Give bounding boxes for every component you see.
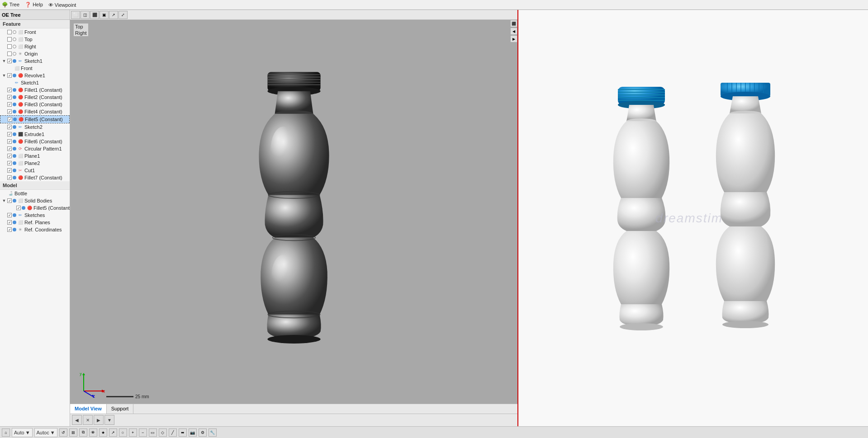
expand-ref-coords[interactable] xyxy=(2,227,6,232)
tree-item-bottle[interactable]: 🍶 Bottle xyxy=(0,190,70,197)
tree-item-plane2[interactable]: ✓ ⬜ Plane2 xyxy=(0,160,70,167)
expand-fillet2[interactable] xyxy=(2,95,6,99)
expand-fillet4[interactable] xyxy=(2,109,6,114)
status-icon-camera[interactable]: 📷 xyxy=(189,429,197,437)
tree-item-fillet3[interactable]: ✓ 🔴 Fillet3 (Constant) xyxy=(0,101,70,108)
expand-plane1[interactable] xyxy=(2,154,6,158)
vp-btn-3[interactable]: ⬛ xyxy=(90,11,99,19)
status-icon-rect[interactable]: ▭ xyxy=(149,429,157,437)
expand-fillet6[interactable] xyxy=(2,139,6,144)
expand-sketch1[interactable]: ▼ xyxy=(2,59,6,63)
expand-fillet3[interactable] xyxy=(2,102,6,107)
status-icon-layers[interactable]: ⧉ xyxy=(79,429,87,437)
expand-sketch2[interactable] xyxy=(2,125,6,129)
menu-viewpoint[interactable]: 👁 Viewpoint xyxy=(48,2,76,8)
menu-tree[interactable]: 🌳 Tree xyxy=(2,2,19,8)
expand-front-child[interactable] xyxy=(8,66,13,71)
tree-item-fillet7[interactable]: ✓ 🔴 Fillet7 (Constant) xyxy=(0,174,70,181)
vp-btn-2[interactable]: ◫ xyxy=(81,11,90,19)
tree-item-fillet2[interactable]: ✓ 🔴 Fillet2 (Constant) xyxy=(0,94,70,101)
tree-item-fillet6[interactable]: ✓ 🔴 Fillet6 (Constant) xyxy=(0,138,70,145)
tree-item-ref-planes[interactable]: ✓ ⬜ Ref. Planes xyxy=(0,219,70,226)
cb-solid-bodies[interactable]: ✓ xyxy=(7,198,12,203)
status-icon-line[interactable]: ╱ xyxy=(169,429,177,437)
cb-fillet2[interactable]: ✓ xyxy=(7,95,12,99)
cb-plane1[interactable]: ✓ xyxy=(7,154,12,158)
cb-fillet4[interactable]: ✓ xyxy=(7,109,12,114)
tree-item-fillet1[interactable]: ✓ 🔴 Fillet1 (Constant) xyxy=(0,86,70,94)
status-auto[interactable]: Auto ▼ xyxy=(12,428,33,437)
vp-btn-4[interactable]: ▣ xyxy=(100,11,109,19)
tree-item-top[interactable]: ⬜ Top xyxy=(0,36,70,43)
tb-stop[interactable]: ✕ xyxy=(83,415,93,425)
cb-sketches[interactable]: ✓ xyxy=(7,213,12,217)
status-icon-plus[interactable]: + xyxy=(129,429,137,437)
status-icon-refresh[interactable]: ↺ xyxy=(59,429,67,437)
cb-top[interactable] xyxy=(7,37,12,42)
status-icon-poly[interactable]: ◇ xyxy=(159,429,167,437)
vp-btn-5[interactable]: ↗ xyxy=(109,11,118,19)
status-icon-home[interactable]: ⌂ xyxy=(2,429,10,437)
status-icon-arrow[interactable]: ↗ xyxy=(109,429,117,437)
status-icon-circle[interactable]: ○ xyxy=(119,429,127,437)
expand-fillet7[interactable] xyxy=(2,175,6,180)
cb-fillet1[interactable]: ✓ xyxy=(7,88,12,92)
expand-bottle[interactable] xyxy=(2,191,6,196)
tree-item-fillet4[interactable]: ✓ 🔴 Fillet4 (Constant) xyxy=(0,108,70,115)
tree-item-sketch1-revolve-child[interactable]: ✏ Sketch1 xyxy=(0,79,70,86)
menu-help[interactable]: ❓ Help xyxy=(25,2,43,8)
status-icon-tool[interactable]: 🔧 xyxy=(209,429,217,437)
cb-origin[interactable] xyxy=(7,52,12,56)
expand-ref-planes[interactable] xyxy=(2,220,6,225)
expand-extrude1[interactable] xyxy=(2,132,6,137)
vp-btn-6[interactable]: ⤢ xyxy=(119,11,128,19)
expand-plane2[interactable] xyxy=(2,161,6,165)
tree-item-front-child[interactable]: ⬜ Front xyxy=(0,65,70,72)
tree-item-origin[interactable]: ✳ Origin xyxy=(0,50,70,57)
tb-next[interactable]: ▶ xyxy=(94,415,104,425)
cb-ref-coords[interactable]: ✓ xyxy=(7,227,12,232)
expand-revolve1[interactable]: ▼ xyxy=(2,73,6,78)
status-icon-star[interactable]: ★ xyxy=(99,429,107,437)
tree-item-front[interactable]: ⬜ Front xyxy=(0,28,70,36)
status-icon-measure[interactable]: ⬌ xyxy=(179,429,187,437)
expand-cut1[interactable] xyxy=(2,168,6,173)
expand-solid-bodies[interactable]: ▼ xyxy=(2,198,6,203)
cb-right[interactable] xyxy=(7,44,12,49)
status-autoc[interactable]: Autoc ▼ xyxy=(34,428,57,437)
status-icon-eye[interactable]: 👁 xyxy=(89,429,97,437)
cb-extrude1[interactable]: ✓ xyxy=(7,132,12,137)
tree-item-revolve1[interactable]: ▼ ✓ 🔴 Revolve1 xyxy=(0,72,70,79)
tree-item-right[interactable]: ⬜ Right xyxy=(0,43,70,50)
status-icon-minus[interactable]: − xyxy=(139,429,147,437)
cb-fillet7[interactable]: ✓ xyxy=(7,175,12,180)
cb-revolve1[interactable]: ✓ xyxy=(7,73,12,78)
cb-ref-planes[interactable]: ✓ xyxy=(7,220,12,225)
status-icon-grid[interactable]: ⊞ xyxy=(69,429,77,437)
tree-item-fillet5-model[interactable]: ✓ 🔴 Fillet5 (Constant) xyxy=(0,204,70,212)
cb-sketch1[interactable]: ✓ xyxy=(7,59,12,63)
tree-item-fillet5[interactable]: ✓ 🔴 Fillet5 (Constant) xyxy=(0,115,70,123)
cb-sketch2[interactable]: ✓ xyxy=(7,125,12,129)
expand-fillet1[interactable] xyxy=(2,88,6,92)
expand-fillet5-model[interactable] xyxy=(11,206,15,210)
expand-front[interactable] xyxy=(2,30,6,34)
expand-sketch1b[interactable] xyxy=(8,80,13,85)
expand-circular1[interactable] xyxy=(2,146,6,151)
tree-item-cut1[interactable]: ✓ ✂ Cut1 xyxy=(0,167,70,174)
tree-item-plane1[interactable]: ✓ ⬜ Plane1 xyxy=(0,152,70,160)
cb-fillet5-model[interactable]: ✓ xyxy=(16,206,21,210)
tree-item-sketch2[interactable]: ✓ ✏ Sketch2 xyxy=(0,123,70,131)
cb-plane2[interactable]: ✓ xyxy=(7,161,12,165)
tab-support[interactable]: Support xyxy=(107,404,134,414)
cb-fillet6[interactable]: ✓ xyxy=(7,139,12,144)
tb-more[interactable]: ▼ xyxy=(104,415,114,425)
cb-fillet5[interactable]: ✓ xyxy=(8,117,12,122)
cb-cut1[interactable]: ✓ xyxy=(7,168,12,173)
expand-sketches[interactable] xyxy=(2,213,6,217)
expand-top[interactable] xyxy=(2,37,6,42)
tree-item-circular1[interactable]: ✓ ⟳ Circular Pattern1 xyxy=(0,145,70,152)
tab-model-view[interactable]: Model View xyxy=(70,404,107,414)
vp-btn-1[interactable]: ⬜ xyxy=(71,11,80,19)
tree-item-sketches[interactable]: ✓ ✏ Sketches xyxy=(0,212,70,219)
